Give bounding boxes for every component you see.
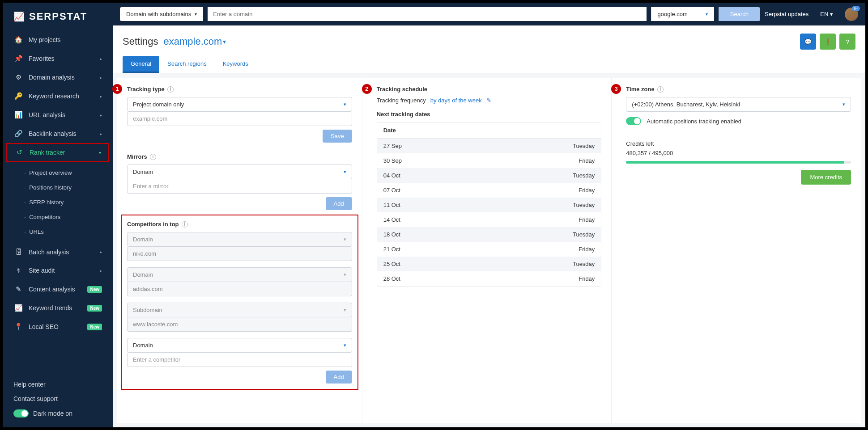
tracking-type-select[interactable]: Project domain only ▾ [127, 97, 352, 112]
sidebar-sub-item[interactable]: SERP history [16, 195, 113, 210]
sidebar-item[interactable]: 🗄Batch analysis▸ [3, 243, 113, 261]
edit-icon[interactable]: ✎ [486, 97, 491, 104]
competitor-type-select[interactable]: Domain▾ [127, 267, 352, 282]
date-row: 11 OctTuesday [377, 198, 601, 212]
nav: 🏠My projects📌Favorites▸⚙Domain analysis▸… [3, 30, 113, 371]
sidebar-item[interactable]: 🔗Backlink analysis▸ [3, 124, 113, 143]
sidebar-item[interactable]: 🔑Keyword research▸ [3, 87, 113, 105]
toggle-switch-icon[interactable] [13, 409, 29, 417]
help-button[interactable]: ? [839, 34, 855, 50]
tabs: General Search regions Keywords [123, 56, 855, 73]
dark-mode-toggle[interactable]: Dark mode on [13, 406, 102, 421]
nav-submenu: Project overviewPositions historySERP hi… [3, 162, 113, 243]
date-row: 07 OctFriday [377, 183, 601, 198]
chevron-down-icon: ▾ [344, 342, 346, 348]
main: Domain with subdomains ▾ google.com ▾ Se… [113, 3, 865, 427]
nav-icon: 📊 [13, 111, 23, 119]
info-icon[interactable]: i [182, 221, 188, 228]
notes-button[interactable]: ❗ [820, 34, 836, 50]
competitor-value[interactable]: adidas.com [127, 282, 352, 296]
sidebar-item-label: Local SEO [29, 323, 59, 330]
competitors-title: Competitors in top i [127, 221, 352, 228]
col-timezone: 3 Time zone i (+02:00) Athens, Bucharest… [616, 78, 861, 423]
search-input[interactable] [208, 7, 646, 21]
tab-search-regions[interactable]: Search regions [159, 56, 214, 73]
timezone-select[interactable]: (+02:00) Athens, Bucharest, Kyiv, Helsin… [626, 97, 851, 112]
lang-select[interactable]: EN ▾ [820, 11, 833, 17]
sidebar-item-label: Favorites [29, 55, 55, 62]
contact-support-link[interactable]: Contact support [13, 392, 102, 406]
chevron-down-icon: ▾ [706, 12, 708, 17]
sidebar-item-rank-tracker[interactable]: ↺ Rank tracker ▾ [6, 143, 109, 162]
sidebar-item[interactable]: 📍Local SEONew [3, 317, 113, 336]
sidebar-item[interactable]: ✎Content analysisNew [3, 280, 113, 299]
date-column-header: Date [377, 122, 601, 139]
sidebar-footer: Help center Contact support Dark mode on [3, 371, 113, 427]
sidebar-item[interactable]: 📈Keyword trendsNew [3, 299, 113, 317]
sidebar-item-label: Backlink analysis [29, 130, 77, 137]
mirrors-title: Mirrors i [127, 153, 352, 160]
updates-link[interactable]: Serpstat updates [765, 11, 808, 17]
weekday-value: Tuesday [573, 202, 595, 208]
chat-button[interactable]: 💬 [800, 34, 816, 50]
mirror-input[interactable]: Enter a mirror [127, 179, 352, 194]
competitor-new-input[interactable]: Enter a competitor [127, 353, 352, 367]
save-button[interactable]: Save [323, 130, 352, 143]
help-center-link[interactable]: Help center [13, 377, 102, 392]
sidebar-item[interactable]: ⚙Domain analysis▸ [3, 68, 113, 87]
sidebar-item[interactable]: 🏠My projects [3, 30, 113, 49]
tab-general[interactable]: General [123, 56, 159, 73]
date-value: 25 Oct [383, 261, 400, 267]
sidebar-item[interactable]: 📌Favorites▸ [3, 49, 113, 68]
chat-icon: 💬 [804, 38, 812, 45]
tab-keywords[interactable]: Keywords [215, 56, 256, 73]
more-credits-button[interactable]: More credits [801, 170, 851, 185]
new-badge: New [87, 324, 102, 330]
weekday-value: Friday [579, 275, 595, 282]
auto-tracking-label: Automatic positions tracking enabled [647, 118, 741, 125]
freq-value-link[interactable]: by days of the week [430, 97, 482, 104]
sidebar-sub-item[interactable]: Positions history [16, 180, 113, 195]
tracking-type-title: Tracking type i [127, 86, 352, 93]
sidebar-item[interactable]: 📊URL analysis▸ [3, 105, 113, 124]
chevron-right-icon: ▸ [100, 94, 102, 99]
sidebar-item[interactable]: ⚕Site audit▸ [3, 261, 113, 280]
competitor-value[interactable]: nike.com [127, 247, 352, 261]
nav-icon: 🗄 [13, 248, 23, 256]
logo[interactable]: 📈 SERPSTAT [3, 3, 113, 30]
sidebar-sub-item[interactable]: URLs [16, 224, 113, 239]
page-domain-select[interactable]: example.com▾ [164, 36, 226, 47]
nav-icon: 📍 [13, 323, 23, 331]
info-icon[interactable]: i [657, 86, 664, 93]
competitor-value[interactable]: www.lacoste.com [127, 317, 352, 332]
tracking-domain-input[interactable]: example.com [127, 112, 352, 126]
search-button[interactable]: Search [719, 7, 760, 21]
auto-tracking-toggle[interactable] [626, 117, 641, 125]
chevron-down-icon: ▾ [344, 272, 346, 278]
timezone-title: Time zone i [626, 86, 851, 93]
competitor-type-select[interactable]: Domain▾ [127, 232, 352, 247]
step-badge-2: 2 [362, 84, 372, 94]
chevron-right-icon: ▸ [100, 249, 102, 254]
search-engine-select[interactable]: google.com ▾ [651, 7, 714, 21]
competitor-type-select[interactable]: Subdomain▾ [127, 303, 352, 317]
note-icon: ❗ [824, 38, 831, 45]
sidebar-sub-item[interactable]: Project overview [16, 165, 113, 180]
date-row: 14 OctFriday [377, 212, 601, 227]
domain-type-select[interactable]: Domain with subdomains ▾ [120, 7, 203, 21]
sidebar-item-label: Rank tracker [30, 149, 65, 156]
competitor-new-type-select[interactable]: Domain ▾ [127, 338, 352, 353]
date-value: 18 Oct [383, 231, 400, 238]
avatar[interactable]: 9+ [845, 8, 858, 21]
add-competitor-button[interactable]: Add [326, 371, 352, 384]
date-row: 21 OctFriday [377, 242, 601, 257]
add-mirror-button[interactable]: Add [326, 197, 352, 210]
info-icon[interactable]: i [150, 154, 156, 160]
mirror-type-select[interactable]: Domain ▾ [127, 164, 352, 179]
info-icon[interactable]: i [167, 86, 174, 93]
date-row: 04 OctTuesday [377, 168, 601, 183]
chevron-down-icon: ▾ [99, 150, 101, 155]
sidebar-sub-item[interactable]: Competitors [16, 210, 113, 224]
date-value: 11 Oct [383, 202, 400, 208]
topbar: Domain with subdomains ▾ google.com ▾ Se… [113, 3, 865, 25]
